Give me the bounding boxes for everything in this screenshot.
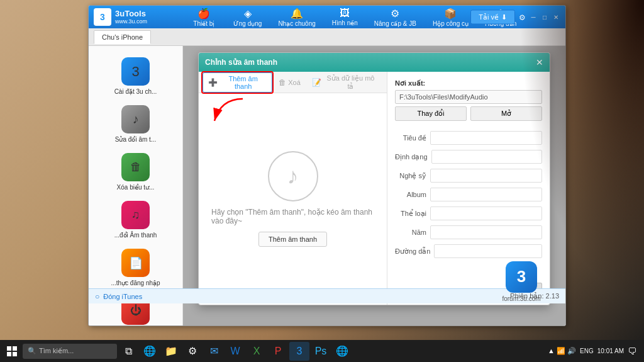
taskbar-clock: 10:01 AM [597,348,624,354]
task-view-button[interactable]: ⧉ [118,342,138,361]
nav-toolbox[interactable]: 📦 Hộp công cụ [425,6,476,28]
edit-icon: 📝 [312,78,321,87]
ringtone-icon: 🔔 [291,8,303,20]
sidebar-item-login[interactable]: 📄 ...thực đăng nhập [89,244,182,291]
format-input[interactable] [431,150,542,164]
nav-apps[interactable]: ◈ Ứng dụng [226,6,270,28]
dialog-left-panel: ➕ Thêm âm thanh 🗑 Xoá 📝 [199,72,387,305]
path-label: Đường dẫn [395,247,430,256]
change-path-button[interactable]: Thay đổi [395,106,467,121]
login-icon: 📄 [121,249,150,277]
svg-rect-3 [7,352,11,356]
toolbox-icon: 📦 [444,8,457,20]
artist-input[interactable] [430,169,542,183]
output-buttons: Thay đổi Mở [395,106,542,121]
search-placeholder: Tìm kiếm... [39,347,74,355]
notifications-icon[interactable]: 🗨 [628,346,636,356]
title-bar: 3 3uTools www.3u.com 🍎 Thiết bị ◈ Ứng dụ… [89,6,565,28]
output-path: F:\3uTools\Files\ModifyAudio [395,90,542,104]
taskbar: 🔍 Tìm kiếm... ⧉ 🌐 📁 ⚙ ✉ W X P 3 Ps 🌐 ▲ 📶… [0,340,644,362]
sidebar-item-modify-label: ...đổi Âm thanh [114,232,157,239]
genre-label: Thể loại [395,210,426,218]
music-note-icon: ♪ [268,151,318,201]
nav-wallpaper[interactable]: 🖼 Hình nền [325,6,365,28]
delete-icon: 🗑 [279,78,286,87]
year-row: Năm [395,225,542,239]
genre-input[interactable] [430,206,542,220]
sidebar-item-delete[interactable]: 🗑 Xóa biểu tư... [89,148,182,196]
watermark-text: forum.3u.com [502,295,540,302]
desktop: 3 3uTools www.3u.com 🍎 Thiết bị ◈ Ứng dụ… [0,0,644,362]
sidebar-item-install[interactable]: 3 Cài đặt 3u ch... [89,52,182,100]
settings-button[interactable]: ⚙ [518,13,526,21]
format-row: Định dạng [395,150,542,164]
logo-icon: 3 [94,8,111,26]
dialog-title: Chỉnh sửa âm thanh [205,58,277,67]
audio-icon: ♪ [121,105,150,133]
sidebar-item-audio[interactable]: ♪ Sửa đổi âm t... [89,100,182,148]
output-label: Nơi xuất: [395,79,542,88]
itunes-status: Đóng iTunes [103,293,142,300]
title-input[interactable] [430,131,542,145]
year-input[interactable] [430,225,542,239]
app-window: 3 3uTools www.3u.com 🍎 Thiết bị ◈ Ứng dụ… [88,5,566,326]
dialog-close-button[interactable]: ✕ [536,58,543,67]
watermark-logo: 3 [506,261,537,293]
taskbar-ie-icon[interactable]: 🌐 [140,342,160,361]
svg-rect-2 [13,346,17,351]
system-tray: ▲ 📶 🔊 ENG 10:01 AM 🗨 [548,346,641,356]
dialog-header: Chỉnh sửa âm thanh ✕ [199,53,550,72]
sidebar-item-audio-label: Sửa đổi âm t... [115,136,156,143]
add-icon: ➕ [208,78,218,87]
taskbar-folder-icon[interactable]: 📁 [161,342,181,361]
dialog-right-panel: Nơi xuất: F:\3uTools\Files\ModifyAudio T… [387,72,550,305]
apps-icon: ◈ [244,8,252,20]
sidebar-item-modify-audio[interactable]: ♫ ...đổi Âm thanh [89,196,182,244]
maximize-button[interactable]: □ [540,13,549,21]
edit-metadata-button[interactable]: 📝 Sửa dữ liệu mô tả [307,72,383,93]
album-label: Album [395,191,426,198]
add-audio-center-button[interactable]: Thêm âm thanh [258,232,327,247]
album-row: Album [395,188,542,201]
taskbar-ppt-icon[interactable]: P [268,342,288,361]
output-section: Nơi xuất: F:\3uTools\Files\ModifyAudio T… [395,79,542,121]
watermark: 3 forum.3u.com [484,259,559,303]
format-label: Định dạng [395,153,428,161]
artist-row: Nghệ sỹ [395,169,542,183]
taskbar-excel-icon[interactable]: X [247,342,267,361]
app-title: 3uTools www.3u.com [115,9,147,25]
sidebar-item-delete-label: Xóa biểu tư... [117,184,155,191]
open-path-button[interactable]: Mở [470,106,542,121]
title-label: Tiêu đề [395,134,426,142]
taskbar-photoshop-icon[interactable]: Ps [311,342,331,361]
download-button[interactable]: Tải về ⬇ [470,10,515,25]
device-icon: 🍎 [197,8,210,20]
start-button[interactable] [3,342,21,360]
album-input[interactable] [430,188,542,201]
search-icon: 🔍 [28,347,36,355]
minimize-button[interactable]: ─ [529,13,538,21]
drop-zone[interactable]: ♪ Hãy chọn "Thêm âm thanh", hoặc kéo âm … [199,93,387,305]
add-audio-button[interactable]: ➕ Thêm âm thanh [203,72,272,93]
upgrade-icon: ⚙ [391,8,399,20]
delete-audio-button[interactable]: 🗑 Xoá [274,76,306,89]
taskbar-word-icon[interactable]: W [225,342,245,361]
install-icon: 3 [121,57,150,86]
taskbar-settings-icon[interactable]: ⚙ [182,342,203,361]
taskbar-chrome-icon[interactable]: 🌐 [332,342,352,361]
taskbar-3u-icon[interactable]: 3 [289,342,309,361]
nav-ringtone[interactable]: 🔔 Nhạc chuông [270,6,323,28]
device-tab[interactable]: Chu's iPhone [94,30,151,44]
itunes-icon: ○ [95,292,99,301]
nav-device[interactable]: 🍎 Thiết bị [184,6,225,28]
taskbar-mail-icon[interactable]: ✉ [204,342,224,361]
taskbar-search[interactable]: 🔍 Tìm kiếm... [23,344,117,359]
path-input[interactable] [434,244,542,258]
delete-icon: 🗑 [121,153,150,181]
nav-upgrade[interactable]: ⚙ Nâng cấp & JB [367,6,424,28]
close-button[interactable]: ✕ [552,13,560,21]
language-indicator: ENG [580,348,594,354]
window-controls: Tải về ⬇ ⚙ ─ □ ✕ [470,10,560,25]
device-toolbar: Chu's iPhone [89,28,565,46]
sidebar-item-login-label: ...thực đăng nhập [111,280,160,286]
